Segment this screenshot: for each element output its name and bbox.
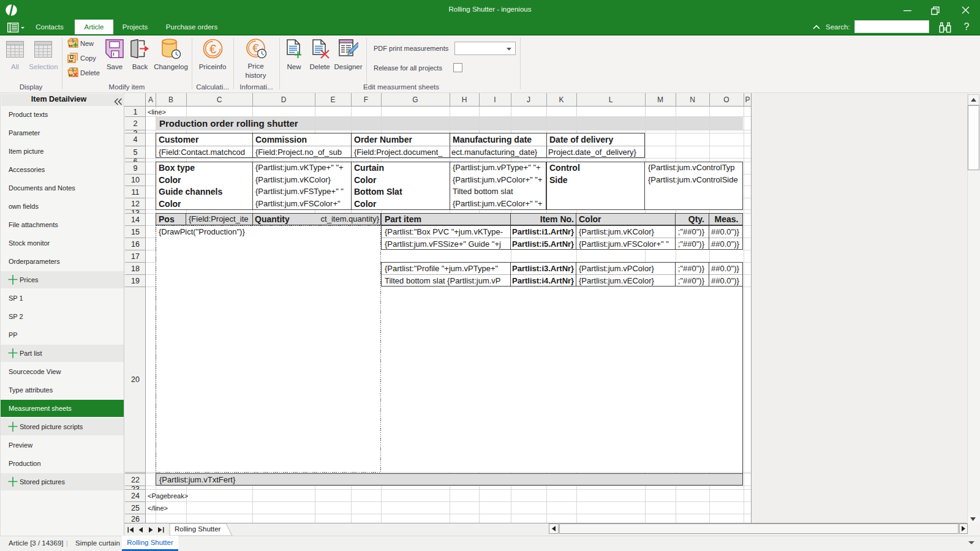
svg-text:12: 12	[131, 200, 140, 208]
svg-text:D: D	[281, 96, 287, 104]
svg-text:26: 26	[131, 515, 140, 523]
svg-text:2: 2	[134, 119, 138, 128]
svg-text:24: 24	[131, 492, 140, 500]
svg-text:5: 5	[134, 148, 138, 157]
svg-text:M: M	[657, 96, 663, 104]
svg-text:C: C	[217, 96, 222, 104]
svg-text:20: 20	[131, 375, 140, 384]
svg-text:P: P	[745, 96, 750, 104]
svg-text:22: 22	[131, 476, 140, 484]
svg-text:B: B	[168, 96, 173, 104]
svg-text:1: 1	[134, 108, 138, 116]
svg-text:14: 14	[131, 216, 140, 224]
svg-text:11: 11	[132, 188, 140, 197]
svg-text:N: N	[690, 96, 695, 104]
svg-text:G: G	[412, 96, 418, 104]
svg-text:19: 19	[131, 277, 140, 285]
svg-text:4: 4	[134, 135, 138, 144]
svg-text:25: 25	[131, 504, 140, 512]
svg-text:18: 18	[131, 264, 140, 273]
svg-text:16: 16	[131, 240, 140, 249]
svg-text:15: 15	[131, 228, 140, 236]
svg-text:J: J	[527, 96, 530, 104]
svg-text:10: 10	[131, 176, 140, 184]
svg-text:17: 17	[131, 252, 140, 261]
svg-text:€: €	[209, 42, 216, 56]
svg-text:A: A	[148, 96, 153, 104]
svg-text:K: K	[559, 96, 564, 104]
svg-text:H: H	[462, 96, 467, 104]
svg-text:L: L	[609, 96, 613, 104]
svg-text:9: 9	[134, 164, 138, 173]
svg-text:I: I	[494, 96, 496, 104]
svg-text:E: E	[330, 96, 335, 104]
svg-text:O: O	[723, 96, 729, 104]
svg-text:F: F	[364, 96, 368, 104]
